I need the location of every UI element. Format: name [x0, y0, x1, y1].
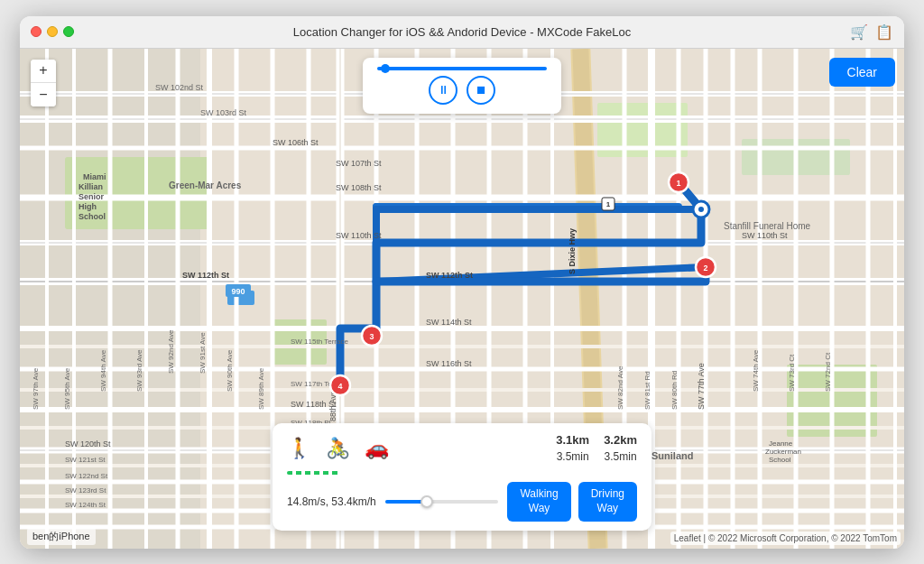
playback-controls: ⏸ ⏹ [429, 76, 495, 105]
svg-text:SW 114th St: SW 114th St [426, 318, 472, 327]
stop-button[interactable]: ⏹ [467, 76, 495, 105]
svg-text:SW 122nd St: SW 122nd St [65, 472, 108, 480]
svg-text:SW 102nd St: SW 102nd St [155, 83, 204, 92]
minimize-button[interactable] [47, 26, 58, 37]
svg-text:990: 990 [231, 287, 245, 296]
svg-text:SW 112th St: SW 112th St [426, 271, 473, 280]
walk-icon[interactable]: 🚶 [287, 437, 311, 460]
svg-text:SW 89th Ave: SW 89th Ave [257, 367, 265, 410]
dist-1-value: 3.1km [556, 432, 589, 448]
svg-text:4: 4 [337, 382, 342, 391]
svg-text:2: 2 [703, 264, 707, 273]
close-button[interactable] [31, 26, 42, 37]
svg-text:SW 103rd St: SW 103rd St [200, 108, 247, 117]
svg-text:SW 77th Ave: SW 77th Ave [697, 363, 706, 410]
window-title: Location Changer for iOS && Andorid Devi… [293, 25, 631, 39]
transport-row: 🚶 🚴 🚗 3.1km 3.5min 3.2km 3.5min [287, 432, 637, 464]
map-area: SW 102nd St SW 103rd St SW 106th St SW 1… [20, 49, 904, 549]
svg-text:3: 3 [369, 332, 374, 341]
clear-button[interactable]: Clear [829, 58, 895, 87]
progress-panel: ⏸ ⏹ [363, 58, 561, 114]
svg-text:SW 108th St: SW 108th St [336, 183, 382, 192]
svg-text:Green-Mar Acres: Green-Mar Acres [169, 180, 242, 190]
svg-text:SW 97th Ave: SW 97th Ave [32, 367, 40, 410]
svg-text:1: 1 [676, 179, 680, 188]
svg-text:Killian: Killian [79, 182, 103, 191]
device-label: ben的iPhone [27, 528, 96, 545]
way-buttons: WalkingWay DrivingWay [507, 482, 637, 521]
speed-indicator-row [287, 471, 637, 475]
zoom-in-button[interactable]: + [31, 60, 56, 83]
svg-text:SW 120th St: SW 120th St [65, 439, 111, 448]
driving-way-button[interactable]: DrivingWay [578, 482, 637, 521]
progress-thumb[interactable] [381, 64, 390, 73]
svg-text:SW 91st Ave: SW 91st Ave [199, 331, 207, 373]
progress-track[interactable] [377, 67, 547, 70]
svg-text:Suniland: Suniland [651, 450, 693, 461]
svg-text:SW 110th St: SW 110th St [336, 231, 382, 240]
svg-text:SW 90th Ave: SW 90th Ave [226, 349, 234, 392]
maximize-button[interactable] [63, 26, 74, 37]
bottom-panel: 🚶 🚴 🚗 3.1km 3.5min 3.2km 3.5min [273, 423, 651, 530]
dist-2-value: 3.2km [604, 432, 637, 448]
svg-text:SW 95th Ave: SW 95th Ave [63, 367, 71, 410]
svg-text:SW 123rd St: SW 123rd St [65, 486, 106, 495]
svg-text:SW 93rd Ave: SW 93rd Ave [135, 348, 143, 391]
dist-1-time: 3.5min [556, 449, 589, 465]
distance-item-1: 3.1km 3.5min [556, 432, 589, 464]
svg-text:S Dixie Hwy: S Dixie Hwy [568, 227, 577, 273]
distance-item-2: 3.2km 3.5min [604, 432, 637, 464]
svg-text:SW 72nd Ct: SW 72nd Ct [824, 352, 832, 392]
svg-text:Senior: Senior [79, 192, 105, 201]
svg-text:SW 73rd Ct: SW 73rd Ct [788, 353, 796, 391]
svg-text:Jeanne: Jeanne [769, 439, 793, 448]
transport-icons: 🚶 🚴 🚗 [287, 437, 389, 460]
dist-2-time: 3.5min [604, 449, 637, 465]
map-container[interactable]: SW 102nd St SW 103rd St SW 106th St SW 1… [20, 49, 904, 549]
svg-text:SW 80th Rd: SW 80th Rd [670, 370, 679, 409]
svg-text:SW 81st Rd: SW 81st Rd [643, 371, 651, 410]
titlebar-icons: 🛒 📋 [850, 23, 893, 41]
svg-text:SW 92nd Ave: SW 92nd Ave [167, 329, 175, 374]
speed-row: 14.8m/s, 53.4km/h [287, 495, 498, 508]
speed-label: 14.8m/s, 53.4km/h [287, 495, 376, 508]
bottom-controls-row: 14.8m/s, 53.4km/h WalkingWay DrivingWay [287, 482, 637, 521]
svg-text:SW 106th St: SW 106th St [273, 138, 319, 147]
svg-text:Stanfill Funeral Home: Stanfill Funeral Home [724, 221, 811, 231]
zoom-controls: + − [31, 60, 56, 106]
svg-text:School: School [769, 456, 791, 464]
pause-button[interactable]: ⏸ [429, 76, 457, 105]
svg-text:SW 112th St: SW 112th St [182, 271, 229, 280]
svg-text:Miami: Miami [83, 172, 106, 181]
app-window: Location Changer for iOS && Andorid Devi… [20, 16, 904, 549]
svg-text:1: 1 [606, 200, 611, 208]
svg-text:SW 107th St: SW 107th St [336, 159, 382, 168]
svg-text:SW 94th Ave: SW 94th Ave [99, 349, 107, 392]
walking-way-button[interactable]: WalkingWay [507, 482, 570, 521]
note-icon[interactable]: 📋 [875, 23, 893, 41]
svg-text:SW 124th St: SW 124th St [65, 501, 106, 509]
titlebar: Location Changer for iOS && Andorid Devi… [20, 16, 904, 49]
distance-info: 3.1km 3.5min 3.2km 3.5min [556, 432, 637, 464]
cart-icon[interactable]: 🛒 [850, 23, 868, 41]
speed-slider-thumb[interactable] [420, 495, 433, 508]
svg-text:SW 115th Terrace: SW 115th Terrace [291, 337, 348, 346]
svg-text:High: High [79, 202, 97, 211]
car-icon[interactable]: 🚗 [365, 437, 389, 460]
dashed-progress-indicator [287, 471, 341, 475]
svg-text:SW 121st St: SW 121st St [65, 456, 106, 464]
map-attribution: Leaflet | © 2022 Microsoft Corporation, … [670, 532, 901, 545]
speed-slider[interactable] [385, 500, 499, 504]
svg-text:SW 74th Ave: SW 74th Ave [752, 349, 760, 392]
svg-text:School: School [79, 212, 106, 221]
svg-point-120 [698, 207, 704, 212]
bike-icon[interactable]: 🚴 [326, 437, 350, 460]
zoom-out-button[interactable]: − [31, 83, 56, 106]
traffic-lights [31, 26, 74, 37]
svg-text:SW 116th St: SW 116th St [426, 359, 472, 368]
svg-text:SW 110th St: SW 110th St [742, 231, 788, 240]
svg-text:Zuckerman: Zuckerman [765, 448, 801, 456]
svg-text:SW 82nd Ave: SW 82nd Ave [616, 365, 624, 410]
